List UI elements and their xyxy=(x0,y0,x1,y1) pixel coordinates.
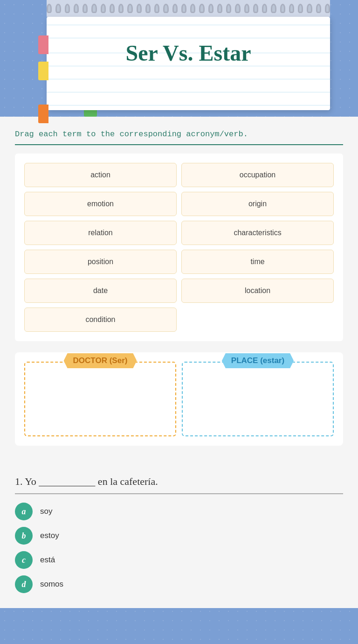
term-time[interactable]: time xyxy=(181,250,334,274)
badge-b: b xyxy=(15,527,33,545)
instruction-text: Drag each term to the corresponding acro… xyxy=(15,130,343,145)
drop-zone-place[interactable]: PLACE (estar) xyxy=(182,362,334,436)
page-title: Ser Vs. Estar xyxy=(61,31,316,66)
quiz-options: a soy b estoy c está d somos xyxy=(15,503,343,593)
notebook-paper: Ser Vs. Estar xyxy=(47,17,330,110)
quiz-option-b[interactable]: b estoy xyxy=(15,527,343,545)
main-content: Drag each term to the corresponding acro… xyxy=(0,117,358,476)
bottom-tab-green xyxy=(84,110,97,117)
notebook-header: Ser Vs. Estar xyxy=(0,0,358,117)
term-origin[interactable]: origin xyxy=(181,192,334,216)
option-a-text: soy xyxy=(40,507,52,516)
quiz-option-c[interactable]: c está xyxy=(15,551,343,569)
term-occupation[interactable]: occupation xyxy=(181,163,334,187)
place-label: PLACE (estar) xyxy=(222,353,294,368)
terms-container: action occupation emotion origin relatio… xyxy=(15,154,343,341)
term-date[interactable]: date xyxy=(24,279,177,303)
terms-grid: action occupation emotion origin relatio… xyxy=(24,163,334,332)
badge-a: a xyxy=(15,503,33,520)
term-action[interactable]: action xyxy=(24,163,177,187)
option-d-text: somos xyxy=(40,580,63,589)
sticky-tab-orange xyxy=(38,105,48,123)
drop-zone-doctor[interactable]: DOCTOR (Ser) xyxy=(24,362,176,436)
badge-d: d xyxy=(15,575,33,593)
term-position[interactable]: position xyxy=(24,250,177,274)
drop-zones-container: DOCTOR (Ser) PLACE (estar) xyxy=(15,352,343,446)
term-condition[interactable]: condition xyxy=(24,308,177,332)
question-text: Yo ___________ en la cafetería. xyxy=(25,476,158,487)
spiral-binding xyxy=(47,0,330,17)
doctor-label: DOCTOR (Ser) xyxy=(64,353,137,368)
quiz-section: 1. Yo ___________ en la cafetería. a soy… xyxy=(0,476,358,608)
term-emotion[interactable]: emotion xyxy=(24,192,177,216)
question-number: 1. xyxy=(15,476,23,487)
term-location[interactable]: location xyxy=(181,279,334,303)
option-b-text: estoy xyxy=(40,531,59,540)
quiz-option-a[interactable]: a soy xyxy=(15,503,343,520)
sticky-tabs xyxy=(38,35,48,123)
term-relation[interactable]: relation xyxy=(24,221,177,245)
sticky-tab-yellow xyxy=(38,62,48,80)
sticky-tab-pink xyxy=(38,35,48,54)
quiz-question: 1. Yo ___________ en la cafetería. xyxy=(15,476,343,494)
badge-c: c xyxy=(15,551,33,569)
option-c-text: está xyxy=(40,555,55,565)
term-characteristics[interactable]: characteristics xyxy=(181,221,334,245)
quiz-option-d[interactable]: d somos xyxy=(15,575,343,593)
